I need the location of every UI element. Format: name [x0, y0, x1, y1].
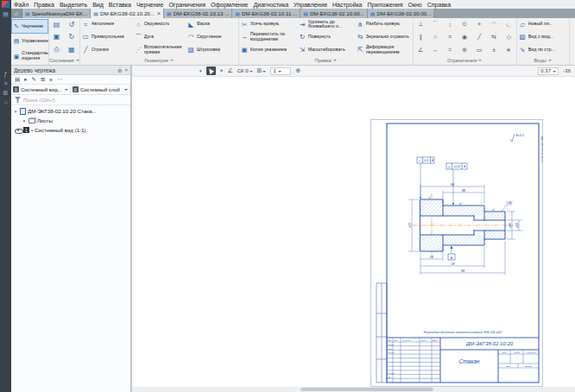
constraint-icon-2[interactable]: ∠ [414, 43, 428, 56]
edit-tool-3[interactable]: ⇥Удлинить до ближайшего о... [297, 18, 355, 31]
current-layer-combo[interactable]: 0 Системный слой [71, 85, 130, 94]
menu-item-8[interactable]: Диагностика [251, 2, 292, 8]
view-tool-1[interactable]: ▧Вид с мод... [517, 31, 569, 44]
menu-item-13[interactable]: Справка [425, 2, 453, 8]
tab-4[interactable]: ▤DM-EKG38-02.10.00... [300, 9, 368, 18]
menu-item-2[interactable]: Выделить [57, 2, 90, 8]
group-caption-constraints[interactable]: Ограничения [414, 56, 516, 65]
constraint-icon-5[interactable]: ↔ [428, 43, 443, 56]
constraint-icon-16[interactable]: ⇆ [487, 31, 502, 44]
constraint-icon-6[interactable]: ↕ [443, 18, 458, 31]
drawing-sheet[interactable]: ДМ-ЭКГ38-02.10.20 [370, 119, 543, 387]
constraint-icon-20[interactable]: ∗ [502, 43, 516, 56]
menu-item-1[interactable]: Правка [31, 2, 57, 8]
menu-item-9[interactable]: Управление [291, 2, 330, 8]
edit-tool-7[interactable]: ⇆Зеркально отразить [355, 31, 413, 44]
geometry-tool-2[interactable]: ╱Отрезок [80, 43, 133, 56]
menu-item-12[interactable]: Окно [405, 2, 424, 8]
tree-search-input[interactable] [23, 98, 127, 103]
constraint-icon-10[interactable]: ◉ [458, 31, 472, 44]
edit-tool-2[interactable]: ▣Копия указанием [239, 43, 297, 56]
scrollbar-thumb[interactable] [300, 388, 433, 391]
structure-icon[interactable]: ▤ [15, 76, 20, 83]
geometry-tool-3[interactable]: ○Окружность [133, 18, 186, 31]
constraint-icon-7[interactable]: ≡ [443, 31, 458, 44]
pointer-tool-button[interactable] [206, 66, 216, 75]
chevron-down-icon[interactable]: ▾ [13, 109, 18, 114]
tab-2[interactable]: ▤DM-EKG38-02.10.13 ... [164, 9, 232, 18]
fx-icon[interactable]: ƒ [4, 71, 8, 78]
edit-icon[interactable]: ✎ [31, 76, 35, 83]
edit-tool-4[interactable]: ↻Повернуть [297, 31, 355, 44]
constraint-icon-11[interactable]: ⊕ [458, 43, 472, 56]
geometry-tool-0[interactable]: ≈Автолиния [80, 18, 133, 31]
clipboard-button[interactable]: ▦ [64, 43, 79, 56]
constraint-icon-9[interactable]: ⊙ [458, 18, 472, 31]
constraint-icon-18[interactable]: ∟ [502, 18, 516, 31]
app-logo[interactable] [2, 1, 9, 8]
list-icon[interactable]: ≡ [49, 77, 53, 83]
group-caption-views[interactable]: Виды [517, 56, 569, 65]
constraint-icon-15[interactable]: ◠ [487, 18, 502, 31]
close-icon[interactable]: × [124, 67, 128, 73]
zoom-factor-combo[interactable]: 0.37 [538, 67, 559, 75]
chevron-down-icon[interactable]: ▾ [22, 118, 27, 123]
geometry-tool-6[interactable]: ◣Фаска [186, 18, 238, 31]
grid-toggle-button[interactable]: ⊞ [257, 67, 267, 74]
constraint-icon-14[interactable]: ▭ [472, 43, 487, 56]
menu-item-3[interactable]: Вид [90, 2, 106, 8]
zoom-icon[interactable]: ⊕ [295, 67, 300, 74]
grid-icon[interactable]: ⊞ [41, 76, 45, 83]
menu-item-7[interactable]: Оформление [208, 2, 250, 8]
geometry-tool-8[interactable]: ▨Штриховка [186, 43, 238, 56]
filter-funnel-icon[interactable] [15, 97, 21, 103]
undo-button[interactable]: ↺ [64, 18, 79, 31]
constraint-icon-4[interactable]: ○ [428, 31, 443, 44]
constraint-icon-3[interactable]: ⌒ [428, 18, 443, 31]
drawing-canvas[interactable]: ▾ ⌖ ∠ СК 0 ⊞ 1 ⊕ 0.37 -36 [131, 66, 575, 392]
save-button[interactable]: ▣ [49, 31, 64, 44]
chevron-down-icon[interactable]: ▾ [199, 68, 202, 73]
more-icon[interactable]: ⋯ [57, 76, 63, 83]
view-tool-2[interactable]: ⇘Вид по стр... [517, 43, 569, 56]
horizontal-scrollbar[interactable] [132, 387, 575, 392]
group-caption-edit[interactable]: Правка [239, 56, 413, 65]
menu-item-4[interactable]: Вставка [106, 2, 134, 8]
menu-item-0[interactable]: Файл [11, 2, 31, 8]
angle-snap-icon[interactable]: ∠ [227, 67, 232, 74]
panel-tab-2[interactable]: ▣Стандартные изделия [11, 49, 48, 64]
snap-icon[interactable]: ⌖ [220, 67, 224, 74]
edit-tool-1[interactable]: ↔Переместить по координатам [239, 31, 297, 44]
tree-item-1[interactable]: ▾Листы [11, 116, 130, 125]
sheet-icon[interactable]: ▤ [3, 11, 9, 18]
expand-icon[interactable]: ▸ [24, 76, 27, 83]
home-tab-button[interactable]: ⌂ [11, 9, 22, 18]
current-view-combo[interactable]: 0 Системный вид... [11, 85, 71, 94]
panel-tab-1[interactable]: ▤Управление [11, 34, 48, 48]
tab-3[interactable]: ▤DM-EKG38-02.10.11 ... [232, 9, 300, 18]
tree-item-0[interactable]: ▾ДМ-ЭКГ38-02.10.20 Стака... [11, 106, 130, 116]
redo-button[interactable]: ↻ [64, 31, 79, 44]
constraint-icon-17[interactable]: ± [487, 43, 502, 56]
geometry-tool-5[interactable]: ⋰Вспомогательная прямая [133, 43, 186, 56]
panel-tab-0[interactable]: ✎Черчение [11, 19, 48, 34]
tree-item-2[interactable]: 1•Системный вид (1:1) [11, 125, 130, 135]
grid-icon[interactable]: ⊞ [3, 90, 9, 97]
constraint-icon-12[interactable]: ⌖ [472, 18, 487, 31]
coordinate-system-button[interactable]: СК 0 [237, 68, 253, 74]
scale-combo[interactable]: 1 [270, 67, 291, 75]
menu-item-5[interactable]: Черчение [134, 2, 167, 8]
edit-tool-8[interactable]: ⇱Деформация перемещением [355, 43, 413, 56]
edit-tool-5[interactable]: ⇲Масштабировать [297, 43, 355, 56]
geometry-tool-7[interactable]: ◠Скругление [186, 31, 238, 44]
eye-icon[interactable] [14, 127, 22, 134]
tab-1[interactable]: ▤DM-EKG38-02.10.20...× [91, 9, 164, 18]
edit-tool-6[interactable]: ⋔Разбить кривую [355, 18, 413, 31]
history-icon[interactable]: ○ [3, 99, 7, 106]
constraint-icon-0[interactable]: ⊥ [414, 18, 428, 31]
constraint-icon-8[interactable]: = [443, 43, 458, 56]
menu-item-6[interactable]: Ограничения [166, 2, 208, 8]
gear-icon[interactable]: ⚙ [117, 67, 122, 73]
constraint-icon-13[interactable]: ╱ [472, 31, 487, 44]
constraint-icon-19[interactable]: ◇ [502, 31, 516, 44]
